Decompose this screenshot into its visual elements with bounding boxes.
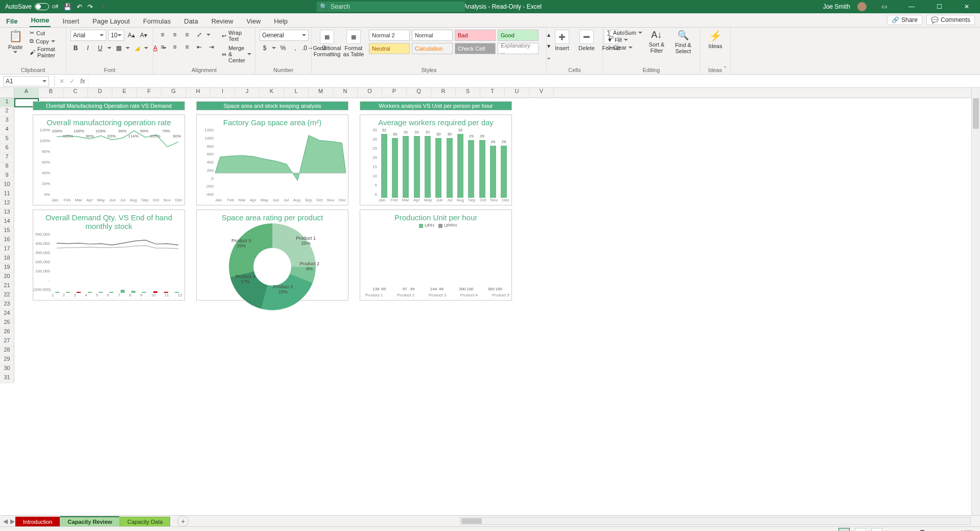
tab-view[interactable]: View <box>245 15 262 27</box>
new-sheet-button[interactable]: + <box>177 516 189 527</box>
maximize-icon[interactable]: ☐ <box>929 0 949 13</box>
cut-button[interactable]: ✂ Cut <box>30 30 62 36</box>
row-header[interactable]: 9 <box>0 172 14 181</box>
paste-button[interactable]: 📋 Paste <box>4 30 27 53</box>
underline-button[interactable]: U <box>95 43 105 53</box>
shrink-font-button[interactable]: A▾ <box>138 30 149 40</box>
autosum-button[interactable]: ∑ AutoSum <box>607 30 642 36</box>
column-header[interactable]: N <box>333 88 358 98</box>
row-header[interactable]: 10 <box>0 181 14 190</box>
align-top-button[interactable]: ≡ <box>157 30 168 40</box>
comments-button[interactable]: 💬 Comments <box>926 15 975 25</box>
search-box[interactable]: 🔍 Search <box>317 2 465 12</box>
column-header[interactable]: S <box>456 88 480 98</box>
column-header[interactable]: F <box>137 88 161 98</box>
tab-page-layout[interactable]: Page Layout <box>91 15 131 27</box>
page-layout-view-button[interactable] <box>855 528 866 532</box>
column-header[interactable]: T <box>480 88 505 98</box>
align-bottom-button[interactable]: ≡ <box>182 30 192 40</box>
delete-cells-button[interactable]: ➖Delete <box>575 30 598 51</box>
align-right-button[interactable]: ≡ <box>182 42 192 52</box>
style-bad[interactable]: Bad <box>455 30 496 41</box>
cell-styles-gallery[interactable]: Normal 2 Normal Bad Good Neutral Calcula… <box>369 30 540 55</box>
customize-qat-icon[interactable] <box>98 2 108 12</box>
column-header[interactable]: O <box>358 88 382 98</box>
column-header[interactable]: E <box>112 88 137 98</box>
row-header[interactable]: 13 <box>0 209 14 218</box>
row-header[interactable]: 15 <box>0 227 14 236</box>
chevron-down-icon[interactable] <box>126 47 130 49</box>
indent-button[interactable]: ⇥ <box>206 42 217 52</box>
zoom-in-button[interactable]: + <box>952 529 955 532</box>
row-header[interactable]: 20 <box>0 273 14 282</box>
vertical-scrollbar[interactable] <box>971 88 980 515</box>
column-header[interactable]: R <box>431 88 456 98</box>
chevron-down-icon[interactable] <box>107 47 111 49</box>
cancel-formula-icon[interactable]: ✕ <box>57 76 67 86</box>
row-header[interactable]: 12 <box>0 199 14 209</box>
undo-icon[interactable]: ↶ <box>77 3 82 11</box>
save-icon[interactable]: 💾 <box>63 3 72 11</box>
column-header[interactable]: D <box>88 88 112 98</box>
horizontal-scrollbar[interactable] <box>460 517 971 525</box>
column-header[interactable]: P <box>382 88 407 98</box>
sheet-nav-prev[interactable]: ◀ <box>3 518 8 525</box>
chevron-down-icon[interactable] <box>272 47 276 49</box>
row-header[interactable]: 26 <box>0 328 14 337</box>
column-header[interactable]: B <box>39 88 63 98</box>
row-header[interactable]: 16 <box>0 236 14 245</box>
font-name-combo[interactable]: Arial <box>71 30 106 41</box>
ribbon-display-icon[interactable]: ▭ <box>874 0 894 13</box>
column-header[interactable]: I <box>211 88 235 98</box>
column-header[interactable]: A <box>14 88 39 98</box>
style-neutral[interactable]: Neutral <box>369 43 410 54</box>
sheet-tab-introduction[interactable]: Introduction <box>15 517 60 526</box>
zoom-level[interactable]: 100% <box>961 529 975 532</box>
row-header[interactable]: 17 <box>0 245 14 255</box>
select-all-corner[interactable] <box>0 88 14 98</box>
row-header[interactable]: 4 <box>0 126 14 135</box>
page-break-view-button[interactable] <box>871 528 882 532</box>
sheet-nav-next[interactable]: ▶ <box>10 518 15 525</box>
share-button[interactable]: 🔗 Share <box>887 15 922 25</box>
row-header[interactable]: 5 <box>0 135 14 144</box>
clear-button[interactable]: ◇ Clear <box>607 44 642 51</box>
fill-color-button[interactable]: ◢ <box>132 43 142 53</box>
formula-input[interactable] <box>88 76 980 86</box>
chart-demand-eoh[interactable]: Overall Demand Qty. VS End of hand month… <box>33 210 185 301</box>
font-size-combo[interactable]: 10 <box>108 30 124 41</box>
tab-data[interactable]: Data <box>183 15 199 27</box>
row-header[interactable]: 22 <box>0 291 14 301</box>
autosave-toggle[interactable]: AutoSave Off <box>5 3 58 10</box>
style-normal2[interactable]: Normal 2 <box>369 30 410 41</box>
row-header[interactable]: 3 <box>0 117 14 126</box>
chart-workers[interactable]: Average workers required per day 3530252… <box>360 114 512 205</box>
format-painter-button[interactable]: 🖌 Format Painter <box>30 46 62 58</box>
style-checkcell[interactable]: Check Cell <box>455 43 496 54</box>
comma-button[interactable]: , <box>290 43 300 53</box>
row-header[interactable]: 21 <box>0 282 14 291</box>
align-middle-button[interactable]: ≡ <box>170 30 180 40</box>
chart-space-rating[interactable]: Space area rating per product Product 12… <box>196 210 348 301</box>
column-header[interactable]: H <box>186 88 211 98</box>
enter-formula-icon[interactable]: ✓ <box>67 76 77 86</box>
insert-cells-button[interactable]: ➕Insert <box>551 30 573 51</box>
ideas-button[interactable]: ⚡Ideas <box>704 30 727 49</box>
row-header[interactable]: 11 <box>0 190 14 199</box>
zoom-out-button[interactable]: − <box>888 529 891 532</box>
worksheet-grid[interactable]: ABCDEFGHIJKLMNOPQRSTUV 12345678910111213… <box>0 88 980 515</box>
close-icon[interactable]: ✕ <box>956 0 977 13</box>
row-header[interactable]: 6 <box>0 144 14 153</box>
find-select-button[interactable]: 🔍Find & Select <box>671 30 695 54</box>
style-explanatory[interactable]: Explanatory ... <box>498 43 539 54</box>
sort-filter-button[interactable]: A↓Sort & Filter <box>645 30 668 54</box>
percent-button[interactable]: % <box>278 43 288 53</box>
tab-help[interactable]: Help <box>273 15 289 27</box>
orientation-button[interactable]: ⤢ <box>194 30 204 40</box>
style-normal[interactable]: Normal <box>412 30 453 41</box>
tab-insert[interactable]: Insert <box>62 15 81 27</box>
row-header[interactable]: 1 <box>0 98 14 107</box>
merge-center-button[interactable]: ⇔ Merge & Center <box>222 45 251 63</box>
format-as-table-button[interactable]: ▦Format as Table <box>342 30 365 57</box>
row-header[interactable]: 30 <box>0 365 14 374</box>
